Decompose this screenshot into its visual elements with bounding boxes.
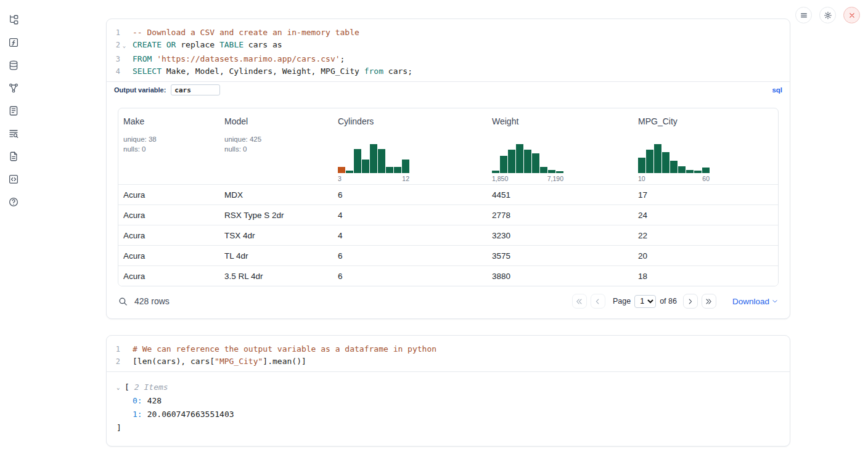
- histogram-bars: [338, 144, 409, 173]
- histogram-bar[interactable]: [394, 167, 401, 173]
- histogram-bar[interactable]: [500, 156, 507, 173]
- column-histogram[interactable]: 1,8507,190: [492, 144, 628, 184]
- dependency-graph-icon[interactable]: [8, 83, 19, 94]
- histogram-bar[interactable]: [532, 153, 539, 173]
- histogram-bar[interactable]: [346, 171, 353, 173]
- output-variable-input[interactable]: [171, 84, 220, 95]
- page-select[interactable]: 1: [634, 295, 656, 308]
- code-line[interactable]: 4SELECT Make, Model, Cylinders, Weight, …: [107, 65, 790, 78]
- histogram-bar[interactable]: [378, 149, 385, 173]
- download-button[interactable]: Download: [732, 297, 779, 306]
- database-icon[interactable]: [8, 60, 19, 71]
- line-number: 2: [107, 355, 120, 368]
- previous-page-button[interactable]: [591, 294, 605, 309]
- table-cell: 4: [333, 225, 487, 245]
- table-cell: 6: [333, 185, 487, 204]
- histogram-bar[interactable]: [548, 170, 555, 173]
- fold-spacer: [120, 355, 128, 368]
- histogram-bar[interactable]: [354, 149, 361, 173]
- histogram-bar[interactable]: [540, 167, 547, 173]
- table-row[interactable]: Acura3.5 RL 4dr6388018: [118, 265, 778, 286]
- histogram-bar[interactable]: [492, 171, 499, 173]
- histogram-bar[interactable]: [386, 167, 393, 173]
- histogram-max-label: 60: [702, 175, 710, 184]
- histogram-bar[interactable]: [654, 144, 661, 173]
- line-number: 1: [107, 26, 120, 39]
- histogram-bar[interactable]: [638, 158, 645, 173]
- histogram-bar[interactable]: [686, 170, 694, 173]
- document-icon[interactable]: [8, 151, 19, 162]
- histogram-bar[interactable]: [516, 144, 523, 173]
- table-cell: 4: [333, 205, 487, 225]
- sql-code-editor[interactable]: 1-- Download a CSV and create an in-memo…: [107, 19, 790, 81]
- code-token: 'https://datasets.marimo.app/cars.csv': [157, 54, 340, 63]
- last-page-button[interactable]: [702, 294, 716, 309]
- search-icon[interactable]: [118, 296, 128, 307]
- column-stat: unique: 38: [123, 134, 215, 144]
- close-button[interactable]: [843, 7, 860, 23]
- menu-button[interactable]: [795, 7, 812, 23]
- next-page-button[interactable]: [683, 294, 698, 309]
- histogram-bar[interactable]: [678, 166, 686, 173]
- settings-button[interactable]: [819, 7, 836, 23]
- column-histogram[interactable]: 1060: [638, 144, 773, 184]
- histogram-bar[interactable]: [508, 150, 515, 173]
- column-header[interactable]: MPG_City1060: [633, 108, 778, 184]
- function-square-icon[interactable]: [8, 37, 19, 48]
- histogram-bar[interactable]: [702, 168, 710, 173]
- language-badge[interactable]: sql: [772, 86, 782, 94]
- column-header[interactable]: Makeunique: 38nulls: 0: [118, 108, 219, 184]
- column-header[interactable]: Modelunique: 425nulls: 0: [219, 108, 333, 184]
- table-body: AcuraMDX6445117AcuraRSX Type S 2dr427782…: [118, 184, 778, 286]
- snippets-icon[interactable]: [8, 174, 19, 185]
- histogram-bars: [492, 144, 563, 173]
- scratchpad-icon[interactable]: [8, 105, 19, 116]
- item-key: 1:: [133, 408, 142, 421]
- chevron-left-icon: [594, 297, 602, 305]
- table-row[interactable]: AcuraTSX 4dr4323022: [118, 225, 778, 245]
- table-row[interactable]: AcuraRSX Type S 2dr4277824: [118, 204, 778, 225]
- python-output-tree: ⌄[2 Items0:4281:20.060747663551403]: [107, 371, 790, 446]
- code-line[interactable]: 1-- Download a CSV and create an in-memo…: [107, 26, 790, 39]
- collapse-chevron-icon[interactable]: ⌄: [117, 381, 125, 394]
- code-line[interactable]: 2[len(cars), cars["MPG_City"].mean()]: [107, 355, 790, 368]
- histogram-bar[interactable]: [362, 160, 369, 173]
- histogram-min-label: 10: [638, 175, 645, 184]
- fold-chevron-icon[interactable]: ⌄: [120, 39, 128, 53]
- logs-icon[interactable]: [8, 128, 19, 139]
- item-key: 0:: [133, 394, 142, 408]
- histogram-bar[interactable]: [370, 144, 377, 173]
- first-page-button[interactable]: [572, 294, 587, 309]
- column-header[interactable]: Weight1,8507,190: [487, 108, 633, 184]
- histogram-bar[interactable]: [556, 171, 563, 173]
- help-icon[interactable]: [8, 196, 19, 208]
- close-icon: [848, 11, 856, 20]
- histogram-max-label: 7,190: [547, 175, 563, 184]
- file-tree-icon[interactable]: [8, 14, 19, 25]
- code-line[interactable]: 1# We can reference the output variable …: [107, 343, 790, 355]
- tree-item[interactable]: 0:428: [117, 394, 780, 408]
- histogram-bar[interactable]: [662, 152, 669, 173]
- histogram-bar[interactable]: [694, 171, 702, 173]
- settings-gear-icon: [824, 11, 832, 20]
- tree-item[interactable]: 1:20.060747663551403: [117, 408, 780, 421]
- column-histogram[interactable]: 312: [338, 144, 482, 184]
- notebook: 1-- Download a CSV and create an in-memo…: [106, 0, 790, 447]
- code-token: OR: [166, 40, 176, 49]
- histogram-bar[interactable]: [402, 160, 409, 173]
- table-row[interactable]: AcuraTL 4dr6357520: [118, 245, 778, 265]
- histogram-bar[interactable]: [670, 161, 678, 173]
- histogram-bar[interactable]: [646, 150, 653, 173]
- python-code-editor[interactable]: 1# We can reference the output variable …: [107, 336, 790, 371]
- table-row[interactable]: AcuraMDX6445117: [118, 184, 778, 204]
- histogram-min-label: 1,850: [492, 175, 508, 184]
- histogram-bar[interactable]: [524, 150, 531, 173]
- histogram-bar[interactable]: [338, 167, 345, 173]
- code-line[interactable]: 2⌄CREATE OR replace TABLE cars as: [107, 39, 790, 53]
- open-bracket: [: [125, 381, 129, 394]
- code-text: CREATE OR replace TABLE cars as: [128, 39, 282, 53]
- code-line[interactable]: 3FROM 'https://datasets.marimo.app/cars.…: [107, 53, 790, 65]
- column-header[interactable]: Cylinders312: [333, 108, 487, 184]
- code-token: [152, 54, 157, 63]
- output-variable-row: Output variable: sql: [107, 81, 790, 98]
